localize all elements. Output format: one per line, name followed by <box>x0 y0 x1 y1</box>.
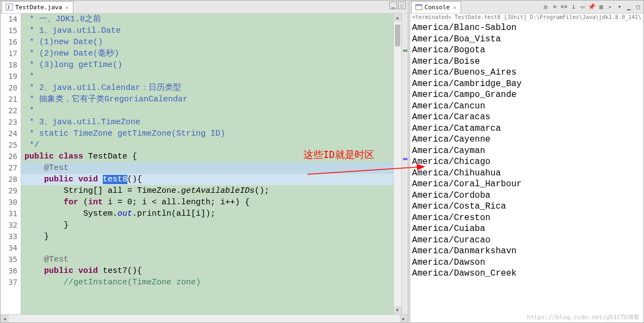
line-number: 32 <box>1 220 17 231</box>
code-line[interactable]: * (2)new Date(毫秒) <box>21 48 393 59</box>
remove-launch-icon[interactable]: ✖ <box>550 3 559 11</box>
console-line: America/Cambridge_Bay <box>412 78 641 90</box>
marker <box>403 50 407 52</box>
code-line[interactable]: public void test8(){ <box>21 174 393 185</box>
code-line[interactable]: * 1、java.util.Date <box>21 25 393 36</box>
console-line: America/Coral_Harbour <box>412 179 641 190</box>
svg-text:J: J <box>7 4 10 10</box>
code-line[interactable]: } <box>21 220 393 231</box>
line-number: 14 <box>1 14 17 25</box>
code-line[interactable]: @Test <box>21 254 393 265</box>
code-line[interactable]: } <box>21 231 393 242</box>
console-pane: Console ✕ ■ ✖ ✖✖ ⤓ ▭ 📌 ▥ ▸ ▾ ▁ ▢ <termin… <box>410 0 644 323</box>
code-line[interactable]: * 3、java.util.TimeZone <box>21 117 393 128</box>
line-number: 35 <box>1 254 17 265</box>
code-line[interactable]: public void test7(){ <box>21 265 393 277</box>
code-line[interactable]: @Test <box>21 162 393 174</box>
code-line[interactable]: for (int i = 0; i < all.length; i++) { <box>21 197 393 208</box>
scroll-left-arrow[interactable]: ◀ <box>1 315 9 322</box>
code-line[interactable]: System.out.println(all[i]); <box>21 208 393 220</box>
remove-all-icon[interactable]: ✖✖ <box>560 3 568 11</box>
editor-body[interactable]: 1415161718192021222324252627282930313233… <box>1 14 408 314</box>
line-number: 25 <box>1 139 17 151</box>
watermark: https://blog.csdn.net/@51CTO博客 <box>527 313 640 321</box>
code-line[interactable]: * 抽象类，它有子类GregorianCalendar <box>21 94 393 105</box>
min-icon[interactable]: ▁ <box>624 3 633 11</box>
code-line[interactable]: * static TimeZone getTimeZone(String ID) <box>21 128 393 139</box>
code-line[interactable]: */ <box>21 139 393 151</box>
console-tab[interactable]: Console ✕ <box>411 1 461 13</box>
clear-console-icon[interactable]: ▭ <box>578 3 587 11</box>
dropdown-icon[interactable]: ▾ <box>615 3 624 11</box>
line-number: 22 <box>1 105 17 117</box>
display-console-icon[interactable]: ▥ <box>597 3 605 11</box>
console-line: America/Creston <box>412 212 641 224</box>
line-number: 27 <box>1 162 17 174</box>
console-line: America/Cayman <box>412 145 641 157</box>
horizontal-scrollbar[interactable]: ◀ ▶ <box>1 314 408 322</box>
line-number: 33 <box>1 231 17 242</box>
java-file-icon: J <box>5 3 13 11</box>
console-line: America/Boise <box>412 56 641 68</box>
line-number: 16 <box>1 36 17 48</box>
console-output[interactable]: America/Blanc-SablonAmerica/Boa_VistaAme… <box>410 21 643 322</box>
line-number: 23 <box>1 117 17 128</box>
line-number: 30 <box>1 197 17 208</box>
line-number: 37 <box>1 277 17 288</box>
console-line: America/Caracas <box>412 112 641 123</box>
scroll-down-arrow[interactable]: ▼ <box>394 306 401 314</box>
editor-tab[interactable]: J TestDate.java ✕ <box>2 1 73 13</box>
console-line: America/Curacao <box>412 235 641 246</box>
code-line[interactable]: * <box>21 71 393 82</box>
console-icon <box>415 3 423 11</box>
editor-tab-bar: J TestDate.java ✕ ▁ ▢ <box>1 1 408 14</box>
console-status: <terminated> TestDate.test8 [JUnit] D:\P… <box>410 14 643 21</box>
line-number: 19 <box>1 71 17 82</box>
line-number: 15 <box>1 25 17 36</box>
line-number: 28 <box>1 174 17 185</box>
code-line[interactable]: * (1)new Date() <box>21 36 393 48</box>
code-line[interactable]: * <box>21 105 393 117</box>
code-area[interactable]: * 一、JDK1.8之前 * 1、java.util.Date * (1)new… <box>21 14 393 314</box>
code-line[interactable] <box>21 242 393 254</box>
console-line: America/Boa_Vista <box>412 34 641 45</box>
editor-pane: J TestDate.java ✕ ▁ ▢ 141516171819202122… <box>0 0 408 323</box>
line-number: 31 <box>1 208 17 220</box>
console-line: America/Dawson_Creek <box>412 268 641 279</box>
console-line: America/Catamarca <box>412 123 641 135</box>
scroll-right-arrow[interactable]: ▶ <box>400 315 408 322</box>
open-console-icon[interactable]: ▸ <box>606 3 615 11</box>
line-number: 18 <box>1 59 17 71</box>
console-line: America/Cordoba <box>412 190 641 202</box>
close-icon[interactable]: ✕ <box>452 4 457 10</box>
console-line: America/Bogota <box>412 45 641 56</box>
line-number: 21 <box>1 94 17 105</box>
console-tab-label: Console <box>425 4 450 11</box>
console-line: America/Chihuahua <box>412 168 641 179</box>
scroll-thumb[interactable] <box>395 25 400 46</box>
line-number: 17 <box>1 48 17 59</box>
console-line: America/Costa_Rica <box>412 201 641 212</box>
scroll-up-arrow[interactable]: ▲ <box>394 14 401 22</box>
vertical-scrollbar[interactable]: ▲ ▼ <box>393 14 401 314</box>
code-line[interactable]: * (3)long getTime() <box>21 59 393 71</box>
maximize-icon[interactable]: ▢ <box>398 2 406 9</box>
pin-console-icon[interactable]: 📌 <box>587 3 596 11</box>
code-line[interactable]: public class TestDate { <box>21 151 393 162</box>
line-gutter: 1415161718192021222324252627282930313233… <box>1 14 21 314</box>
line-number: 26 <box>1 151 17 162</box>
svg-rect-3 <box>416 4 422 6</box>
close-icon[interactable]: ✕ <box>64 4 70 10</box>
console-line: America/Blanc-Sablon <box>412 22 641 34</box>
code-line[interactable]: * 一、JDK1.8之前 <box>21 14 393 25</box>
console-line: America/Chicago <box>412 156 641 168</box>
code-line[interactable]: //getInstance(TimeZone zone) <box>21 277 393 288</box>
terminate-icon[interactable]: ■ <box>541 3 550 11</box>
scroll-lock-icon[interactable]: ⤓ <box>569 3 578 11</box>
console-toolbar: ■ ✖ ✖✖ ⤓ ▭ 📌 ▥ ▸ ▾ ▁ ▢ <box>541 3 643 11</box>
code-line[interactable]: * 2、java.util.Calendar：日历类型 <box>21 82 393 94</box>
minimize-icon[interactable]: ▁ <box>389 2 397 9</box>
max-icon[interactable]: ▢ <box>634 3 642 11</box>
line-number: 24 <box>1 128 17 139</box>
code-line[interactable]: String[] all = TimeZone.getAvailableIDs(… <box>21 185 393 197</box>
